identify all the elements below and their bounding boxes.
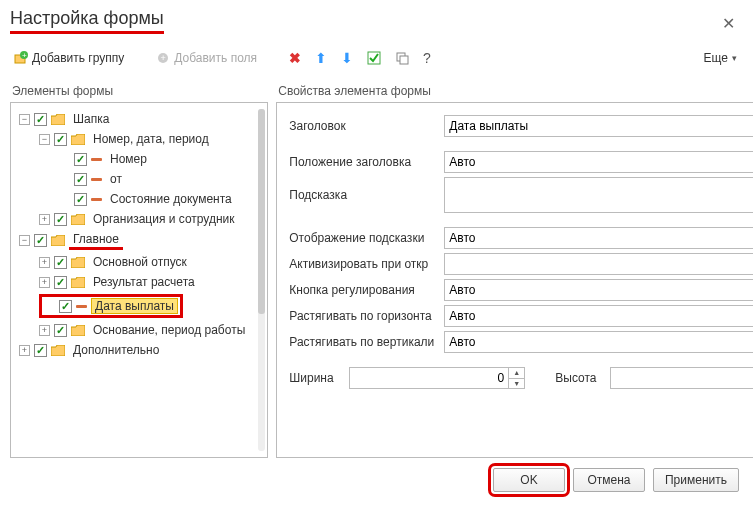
scrollbar[interactable]: [258, 109, 265, 451]
tree-row[interactable]: ✓ Номер: [15, 149, 251, 169]
tree-row-selected[interactable]: ✓ Дата выплаты: [15, 292, 251, 320]
checkbox[interactable]: ✓: [34, 113, 47, 126]
width-input[interactable]: ▲▼: [349, 367, 525, 389]
hint-input[interactable]: [444, 177, 753, 213]
form-elements-tree[interactable]: − ✓ Шапка − ✓ Номер, дата, период ✓ Номе…: [13, 109, 265, 360]
tree-row[interactable]: − ✓ Шапка: [15, 109, 251, 129]
prop-label-title: Заголовок: [289, 119, 444, 133]
svg-text:+: +: [161, 53, 166, 63]
move-up-icon[interactable]: ⬆: [311, 48, 331, 68]
stretch-v-select[interactable]: ▾: [444, 331, 753, 353]
toolbar: + Добавить группу + Добавить поля ✖ ⬆ ⬇ …: [10, 42, 743, 78]
field-icon: [91, 158, 102, 161]
help-icon[interactable]: ?: [419, 48, 435, 68]
collapse-icon[interactable]: −: [19, 235, 30, 246]
prop-label-height: Высота: [555, 371, 610, 385]
check-all-icon[interactable]: [363, 49, 385, 67]
prop-label-width: Ширина: [289, 371, 349, 385]
prop-label-title-pos: Положение заголовка: [289, 155, 444, 169]
ok-button[interactable]: OK: [493, 468, 565, 492]
copy-icon[interactable]: [391, 49, 413, 67]
stretch-h-select[interactable]: ▾: [444, 305, 753, 327]
prop-label-stretch-h: Растягивать по горизонта: [289, 309, 444, 323]
add-group-icon: +: [14, 51, 28, 65]
checkbox[interactable]: ✓: [54, 324, 67, 337]
tree-row[interactable]: ✓ от: [15, 169, 251, 189]
folder-icon: [51, 235, 65, 246]
prop-label-hint: Подсказка: [289, 188, 444, 202]
chevron-down-icon: ▾: [732, 53, 737, 63]
height-input[interactable]: ▲▼: [610, 367, 753, 389]
tree-row[interactable]: + ✓ Результат расчета: [15, 272, 251, 292]
expand-icon[interactable]: +: [39, 325, 50, 336]
delete-icon[interactable]: ✖: [285, 48, 305, 68]
field-icon: [76, 305, 87, 308]
collapse-icon[interactable]: −: [39, 134, 50, 145]
folder-icon: [71, 214, 85, 225]
right-panel-header: Свойства элемента формы: [278, 84, 753, 98]
window-title: Настройка формы: [10, 8, 164, 34]
expand-icon[interactable]: +: [39, 214, 50, 225]
apply-button[interactable]: Применить: [653, 468, 739, 492]
tree-row[interactable]: + ✓ Организация и сотрудник: [15, 209, 251, 229]
folder-icon: [71, 325, 85, 336]
title-input[interactable]: [444, 115, 753, 137]
svg-text:+: +: [22, 51, 27, 60]
tree-row[interactable]: + ✓ Основание, период работы: [15, 320, 251, 340]
checkbox[interactable]: ✓: [54, 133, 67, 146]
checkbox[interactable]: ✓: [54, 276, 67, 289]
move-down-icon[interactable]: ⬇: [337, 48, 357, 68]
add-fields-icon: +: [156, 51, 170, 65]
reg-btn-select[interactable]: ▾: [444, 279, 753, 301]
expand-icon[interactable]: +: [39, 277, 50, 288]
prop-label-stretch-v: Растягивать по вертикали: [289, 335, 444, 349]
svg-rect-7: [400, 56, 408, 64]
add-group-button[interactable]: + Добавить группу: [10, 49, 128, 67]
checkbox[interactable]: ✓: [54, 213, 67, 226]
more-button[interactable]: Еще ▾: [698, 49, 743, 67]
hint-disp-select[interactable]: ▾: [444, 227, 753, 249]
field-icon: [91, 178, 102, 181]
checkbox[interactable]: ✓: [34, 344, 47, 357]
checkbox[interactable]: ✓: [59, 300, 72, 313]
field-icon: [91, 198, 102, 201]
footer: OK Отмена Применить: [10, 458, 743, 496]
tree-row[interactable]: ✓ Состояние документа: [15, 189, 251, 209]
checkbox[interactable]: ✓: [74, 153, 87, 166]
checkbox[interactable]: ✓: [54, 256, 67, 269]
folder-icon: [71, 257, 85, 268]
checkbox[interactable]: ✓: [74, 193, 87, 206]
folder-icon: [71, 134, 85, 145]
folder-icon: [71, 277, 85, 288]
checkbox[interactable]: ✓: [74, 173, 87, 186]
tree-row[interactable]: + ✓ Дополнительно: [15, 340, 251, 360]
prop-label-reg-btn: Кнопка регулирования: [289, 283, 444, 297]
add-fields-button[interactable]: + Добавить поля: [152, 49, 261, 67]
left-panel-header: Элементы формы: [12, 84, 268, 98]
folder-icon: [51, 114, 65, 125]
prop-label-activate: Активизировать при откр: [289, 257, 444, 271]
expand-icon[interactable]: +: [39, 257, 50, 268]
tree-row-glavnoe[interactable]: − ✓ Главное: [15, 229, 251, 252]
cancel-button[interactable]: Отмена: [573, 468, 645, 492]
title-pos-select[interactable]: ▾: [444, 151, 753, 173]
checkbox[interactable]: ✓: [34, 234, 47, 247]
close-icon[interactable]: ✕: [722, 14, 735, 33]
width-spinner[interactable]: ▲▼: [508, 368, 524, 388]
activate-select[interactable]: ▾: [444, 253, 753, 275]
form-elements-panel: − ✓ Шапка − ✓ Номер, дата, период ✓ Номе…: [10, 102, 268, 458]
collapse-icon[interactable]: −: [19, 114, 30, 125]
tree-row[interactable]: + ✓ Основной отпуск: [15, 252, 251, 272]
prop-label-hint-disp: Отображение подсказки: [289, 231, 444, 245]
folder-icon: [51, 345, 65, 356]
tree-row[interactable]: − ✓ Номер, дата, период: [15, 129, 251, 149]
properties-panel: Заголовок Положение заголовка ▾ Подсказк…: [276, 102, 753, 458]
expand-icon[interactable]: +: [19, 345, 30, 356]
